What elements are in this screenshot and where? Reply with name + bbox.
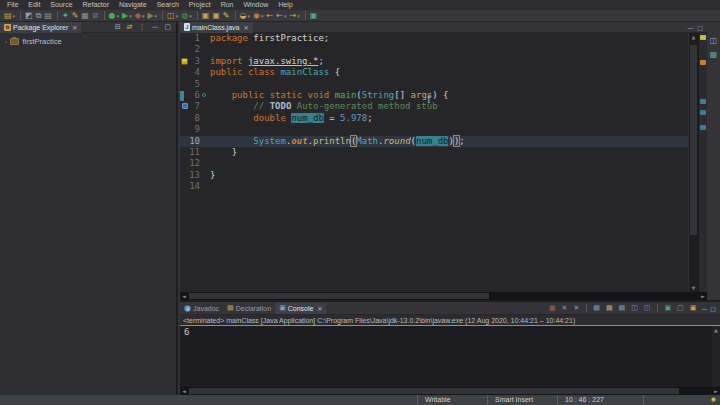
print-button[interactable]: ▤ xyxy=(43,10,53,21)
menu-file[interactable]: File xyxy=(2,0,23,10)
console-hscrollbar[interactable]: ◄ ► xyxy=(180,387,720,395)
back-button[interactable]: ←▾ xyxy=(275,10,287,21)
maximize-console-button[interactable]: ▢ xyxy=(710,303,716,314)
profile-button[interactable]: ◆▾ xyxy=(134,10,146,21)
new-wizard-button[interactable]: ▤▾ xyxy=(3,10,16,21)
menu-search[interactable]: Search xyxy=(152,0,184,10)
clear-console-button[interactable]: ▤ xyxy=(592,303,601,314)
code-line-4[interactable]: public class mainClass { xyxy=(210,67,688,78)
restore-view-button-1[interactable]: ◫ xyxy=(710,36,718,45)
scroll-right-icon[interactable]: ► xyxy=(712,388,720,394)
scroll-lock-button[interactable]: ▤ xyxy=(605,303,614,314)
vscroll-thumb[interactable] xyxy=(690,45,697,235)
editor-tab-mainclass[interactable]: J mainClass.java ✕ xyxy=(180,22,253,33)
restore-view-button-2[interactable]: ▦ xyxy=(710,50,718,59)
menu-edit[interactable]: Edit xyxy=(23,0,45,10)
line-number-2[interactable]: 2 xyxy=(180,44,206,55)
terminate-button[interactable]: ■ xyxy=(548,303,557,314)
dropdown-caret-icon[interactable]: ▾ xyxy=(117,13,120,19)
remove-launch-button[interactable]: ✕ xyxy=(561,303,569,314)
save-button[interactable]: ◩ xyxy=(24,10,34,21)
word-wrap-button[interactable]: ▤ xyxy=(618,303,627,314)
overview-marker[interactable] xyxy=(700,60,706,65)
edit-button[interactable]: ✎ xyxy=(222,10,231,21)
code-line-5[interactable] xyxy=(210,79,688,90)
dropdown-caret-icon[interactable]: ▾ xyxy=(13,13,16,19)
open-task-button[interactable]: ◉▾ xyxy=(252,10,265,21)
view-menu-button[interactable]: ⋮ xyxy=(137,22,146,33)
open-resource-button[interactable]: ▣ xyxy=(211,10,221,21)
link-with-editor-button[interactable]: ⇄ xyxy=(126,22,134,33)
line-number-9[interactable]: 9 xyxy=(180,124,206,135)
chevron-right-icon[interactable]: › xyxy=(5,38,7,45)
editor-vscrollbar[interactable]: ▲ ▼ xyxy=(688,33,698,292)
line-number-7[interactable]: 7 xyxy=(180,101,206,112)
overview-marker[interactable] xyxy=(700,125,706,130)
code-line-14[interactable] xyxy=(210,181,688,192)
last-edit-location-button[interactable]: ← xyxy=(266,10,275,21)
code-line-3[interactable]: import javax.swing.*; xyxy=(210,56,688,67)
pin-console-button[interactable]: ▣ xyxy=(689,303,698,314)
run-button[interactable]: ▶▾ xyxy=(121,10,133,21)
overview-marker[interactable] xyxy=(700,110,706,115)
tab-console[interactable]: ▣ Console ✕ xyxy=(275,303,326,314)
line-number-11[interactable]: 11 xyxy=(180,147,206,158)
open-type-button[interactable]: ▣ xyxy=(201,10,211,21)
line-number-13[interactable]: 13 xyxy=(180,170,206,181)
code-line-12[interactable] xyxy=(210,158,688,169)
dropdown-caret-icon[interactable]: ▾ xyxy=(176,13,179,19)
overview-ruler[interactable] xyxy=(698,33,707,292)
code-line-10[interactable]: System.out.println(Math.round(num_db)); xyxy=(206,136,688,147)
build-all-button[interactable]: ✦ xyxy=(61,10,70,21)
line-number-8[interactable]: 8 xyxy=(180,113,206,124)
dropdown-caret-icon[interactable]: ▾ xyxy=(129,13,132,19)
minimize-editor-button[interactable]: — xyxy=(687,22,693,33)
code-line-11[interactable]: } xyxy=(210,147,688,158)
menu-refactor[interactable]: Refactor xyxy=(78,0,114,10)
line-number-12[interactable]: 12 xyxy=(180,158,206,169)
debug-button[interactable]: ●▾ xyxy=(108,10,121,21)
close-icon[interactable]: ✕ xyxy=(72,24,77,31)
menu-navigate[interactable]: Navigate xyxy=(114,0,152,10)
code-line-9[interactable] xyxy=(210,124,688,135)
line-number-10[interactable]: 10 xyxy=(180,136,206,147)
launch-marker-icon[interactable] xyxy=(180,91,184,101)
search-button[interactable]: ◒▾ xyxy=(239,10,252,21)
code-pane[interactable]: package firstPractice;import javax.swing… xyxy=(206,33,688,292)
minimize-console-button[interactable]: — xyxy=(701,303,707,314)
code-line-1[interactable]: package firstPractice; xyxy=(210,33,688,44)
collapse-all-button[interactable]: ⊟ xyxy=(114,22,122,33)
scroll-left-icon[interactable]: ◄ xyxy=(180,293,188,299)
console-vscrollbar[interactable]: ▲ xyxy=(712,326,720,387)
remove-all-launches-button[interactable]: ✕ xyxy=(572,303,580,314)
close-icon[interactable]: ✕ xyxy=(243,24,248,31)
dropdown-caret-icon[interactable]: ▾ xyxy=(248,13,251,19)
show-stdout-button[interactable]: ◫ xyxy=(630,303,639,314)
line-number-6[interactable]: 6 xyxy=(180,90,206,101)
code-line-2[interactable] xyxy=(210,44,688,55)
dropdown-caret-icon[interactable]: ▾ xyxy=(189,13,192,19)
console-output-area[interactable]: 6 ▲ xyxy=(180,326,720,387)
show-stderr-button[interactable]: ◫ xyxy=(643,303,652,314)
line-number-5[interactable]: 5 xyxy=(180,79,206,90)
line-number-14[interactable]: 14 xyxy=(180,181,206,192)
dropdown-caret-icon[interactable]: ▾ xyxy=(142,13,145,19)
warning-marker-icon[interactable] xyxy=(181,58,188,65)
new-visual-class-button[interactable]: ✎ xyxy=(71,10,80,21)
menu-project[interactable]: Project xyxy=(184,0,216,10)
menu-help[interactable]: Help xyxy=(273,0,297,10)
code-line-8[interactable]: double num_db = 5.978; xyxy=(210,113,688,124)
code-line-6[interactable]: public static void main(String[] args) { xyxy=(210,90,688,101)
external-tools-button[interactable]: ▶▾ xyxy=(146,10,158,21)
editor-hscrollbar[interactable]: ◄ ► xyxy=(180,292,707,300)
scroll-right-icon[interactable]: ► xyxy=(699,293,707,299)
line-number-1[interactable]: 1 xyxy=(180,33,206,44)
menu-source[interactable]: Source xyxy=(45,0,77,10)
new-java-class-button[interactable]: ◍▾ xyxy=(180,10,193,21)
tree-item-firstpractice[interactable]: › firstPractice xyxy=(0,33,176,46)
code-line-13[interactable]: } xyxy=(210,170,688,181)
scroll-up-icon[interactable]: ▲ xyxy=(689,33,698,41)
overview-marker[interactable] xyxy=(700,35,706,40)
display-console-button[interactable]: ▢ xyxy=(676,303,685,314)
task-marker-icon[interactable] xyxy=(182,103,188,109)
